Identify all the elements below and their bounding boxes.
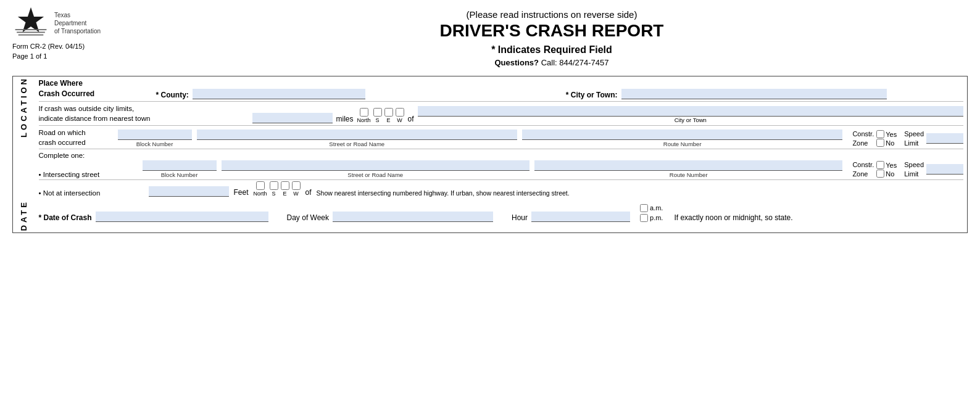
- city-of-town-top[interactable]: [418, 106, 963, 117]
- am-label: a.m.: [650, 204, 663, 212]
- dir-north-bottom: North: [254, 191, 267, 197]
- speed-limit-input-2[interactable]: [926, 164, 963, 175]
- road-label: Road on whichcrash occurred: [39, 128, 113, 147]
- county-label: * County:: [156, 91, 189, 99]
- show-nearest-text: Show nearest intersecting numbered highw…: [317, 189, 963, 197]
- place-crash-label: Place Where Crash Occurred: [39, 78, 156, 99]
- location-table: LOCATION Place Where Crash Occurred * Co…: [12, 76, 968, 200]
- dir-w-top: W: [397, 117, 402, 123]
- hour-input[interactable]: [531, 212, 630, 222]
- checkbox-e-bottom[interactable]: [281, 181, 289, 190]
- no-checkbox-2[interactable]: [876, 170, 884, 178]
- route-number-label: Route Number: [522, 141, 842, 147]
- yes-no-group2: Yes No: [876, 161, 897, 178]
- of-label-top: of: [408, 115, 414, 123]
- yes-no-group1: Yes No: [876, 130, 897, 147]
- no-label-2: No: [886, 170, 894, 178]
- form-main-title: DRIVER'S CRASH REPORT: [136, 21, 968, 41]
- checkbox-w-top[interactable]: [396, 108, 404, 117]
- no-label-1: No: [886, 139, 894, 147]
- intersect-block-label: Block Number: [143, 171, 217, 178]
- date-tab-label: DATE: [19, 200, 28, 231]
- outside-city-text: If crash was outside city limits, indica…: [39, 104, 249, 123]
- day-of-week-input[interactable]: [333, 212, 493, 222]
- dir-e-bottom: E: [283, 191, 287, 197]
- not-intersect-dist-input[interactable]: [149, 186, 229, 197]
- feet-label: Feet: [234, 188, 249, 197]
- intersecting-label: • Intersecting street: [39, 171, 138, 178]
- checkbox-e-top[interactable]: [384, 108, 393, 117]
- date-table: DATE * Date of Crash Day of Week H: [12, 200, 968, 233]
- block-number-label: Block Number: [118, 141, 192, 147]
- svg-marker-0: [18, 7, 44, 33]
- required-field-label: * Indicates Required Field: [136, 44, 968, 56]
- day-of-week-label: Day of Week: [287, 213, 329, 222]
- txdot-of: of Transportation: [54, 27, 101, 35]
- complete-one-label: Complete one:: [39, 150, 964, 160]
- not-intersection-label: • Not at intersection: [39, 189, 144, 197]
- county-input[interactable]: [193, 89, 365, 99]
- date-tab: DATE: [13, 200, 35, 233]
- dir-s-bottom: S: [272, 191, 276, 197]
- date-content: * Date of Crash Day of Week Hour: [35, 200, 968, 233]
- date-of-crash-input[interactable]: [96, 212, 268, 222]
- yes-label-1: Yes: [886, 131, 897, 138]
- street-road-label: Street or Road Name: [197, 141, 517, 147]
- constr-zone-label2: Constr.Zone: [852, 160, 874, 178]
- pm-checkbox[interactable]: [640, 214, 648, 222]
- intersect-route-label: Route Number: [534, 171, 842, 178]
- speed-limit-label2: SpeedLimit: [904, 160, 924, 178]
- ampm-group: a.m. p.m.: [640, 204, 663, 222]
- dir-e-top: E: [387, 117, 391, 123]
- direction-boxes-bottom: North S E W: [254, 181, 301, 197]
- road-route-input[interactable]: [522, 130, 842, 140]
- speed-limit-input-1[interactable]: [926, 133, 963, 144]
- road-street-input[interactable]: [197, 130, 517, 140]
- pm-label: p.m.: [650, 214, 663, 221]
- city-label: * City or Town:: [566, 91, 618, 99]
- dir-north-top: North: [357, 117, 371, 123]
- checkbox-north-top[interactable]: [360, 108, 368, 117]
- intersect-block-input[interactable]: [143, 160, 217, 171]
- form-info-line2: Page 1 of 1: [12, 52, 136, 60]
- date-of-crash-label: * Date of Crash: [39, 213, 92, 222]
- checkbox-s-bottom[interactable]: [270, 181, 278, 190]
- questions-contact: Call: 844/274-7457: [541, 58, 609, 67]
- intersect-street-input[interactable]: [222, 160, 529, 171]
- dir-s-top: S: [376, 117, 380, 123]
- constr-zone-label1: Constr.Zone: [852, 130, 874, 147]
- am-checkbox[interactable]: [640, 204, 648, 212]
- yes-checkbox-1[interactable]: [876, 130, 884, 138]
- checkbox-w-bottom[interactable]: [292, 181, 301, 190]
- miles-label: miles: [336, 115, 354, 123]
- form-subtitle: (Please read instructions on reverse sid…: [136, 9, 968, 20]
- location-content: Place Where Crash Occurred * County: * C…: [35, 76, 968, 200]
- location-tab: LOCATION: [13, 76, 35, 200]
- hour-label: Hour: [512, 213, 528, 222]
- city-or-town-label: City or Town: [418, 117, 963, 123]
- location-tab-label: LOCATION: [19, 76, 28, 138]
- questions-bold: Questions?: [495, 58, 539, 67]
- txdot-dept: Department: [54, 19, 101, 27]
- yes-label-2: Yes: [886, 162, 897, 169]
- road-block-input[interactable]: [118, 130, 192, 140]
- form-info-line1: Form CR-2 (Rev. 04/15): [12, 43, 136, 50]
- yes-checkbox-2[interactable]: [876, 161, 884, 169]
- dir-w-bottom: W: [293, 191, 299, 197]
- noon-midnight-text: If exactly noon or midnight, so state.: [674, 213, 792, 222]
- of-label-bottom: of: [305, 188, 312, 197]
- city-input[interactable]: [621, 89, 887, 99]
- checkbox-s-top[interactable]: [373, 108, 382, 117]
- speed-limit-label1: SpeedLimit: [904, 130, 924, 147]
- direction-boxes-top: North S E W: [357, 108, 404, 123]
- questions-line: Questions? Call: 844/274-7457: [136, 58, 968, 67]
- intersect-route-input[interactable]: [534, 160, 842, 171]
- distance-input[interactable]: [252, 113, 333, 123]
- txdot-name: Texas: [54, 11, 101, 19]
- checkbox-north-bottom[interactable]: [256, 181, 265, 190]
- intersect-street-label: Street or Road Name: [222, 171, 529, 178]
- no-checkbox-1[interactable]: [876, 139, 884, 147]
